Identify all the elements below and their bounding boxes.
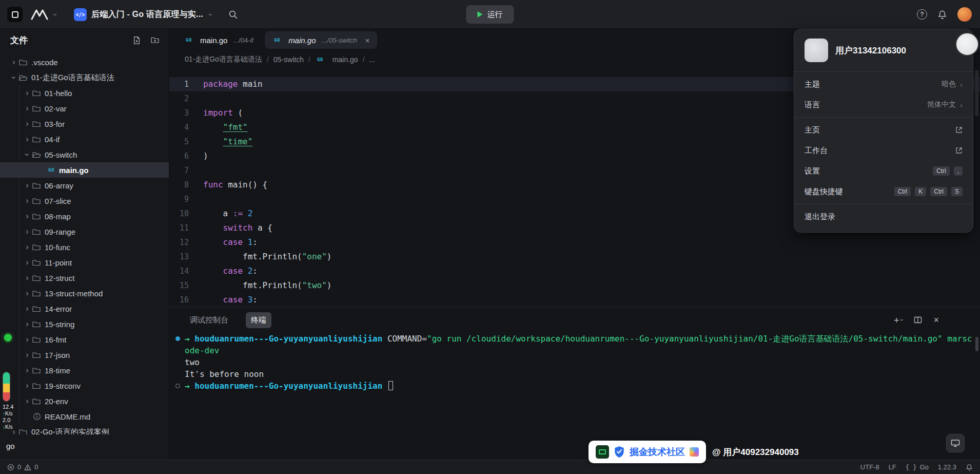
language-label: Go	[920, 463, 929, 471]
code-text: case 1:	[203, 235, 258, 250]
line-number: 3	[169, 106, 203, 120]
editor-scrollbar[interactable]	[975, 70, 978, 116]
help-icon[interactable]: ?	[917, 9, 927, 20]
juejin-logo-icon	[690, 447, 699, 457]
problems-indicator[interactable]: 0 0	[7, 463, 38, 471]
menu-item-home[interactable]: 主页	[794, 120, 973, 140]
new-file-icon[interactable]	[132, 36, 141, 45]
terminal-scrollbar[interactable]	[975, 337, 978, 351]
tree-folder-09-range[interactable]: ›09-range	[0, 224, 169, 239]
breadcrumb-item[interactable]: main.go	[332, 55, 358, 64]
terminal-output[interactable]: → houduanrumen---Go-yuyanyuanliyushijian…	[169, 333, 975, 460]
tree-item-label: 04-if	[45, 135, 60, 144]
tree-item-label: 14-error	[45, 305, 72, 313]
tree-folder-11-point[interactable]: ›11-point	[0, 255, 169, 270]
go-file-icon: GO	[46, 167, 56, 173]
tab-debug-console[interactable]: 调试控制台	[185, 312, 233, 328]
tree-item-label: 10-func	[45, 243, 70, 252]
new-folder-icon[interactable]	[150, 36, 160, 44]
warning-count: 0	[34, 463, 38, 471]
tree-folder-20-env[interactable]: ›20-env	[0, 393, 169, 409]
tree-folder-01-hello[interactable]: ›01-hello	[0, 85, 169, 101]
tree-item-label: 05-switch	[45, 150, 77, 159]
terminal-command-block: → houduanrumen---Go-yuyanyuanliyushijian…	[169, 333, 975, 380]
search-icon[interactable]	[228, 10, 238, 20]
tree-folder-01-走进Go语言基础语法[interactable]: ›01-走进Go语言基础语法	[0, 70, 169, 85]
tree-folder-10-func[interactable]: ›10-func	[0, 239, 169, 255]
tab-main-go-04-if[interactable]: GO main.go .../04-if	[177, 31, 261, 49]
code-line-15[interactable]: 15 fmt.Println("two")	[169, 278, 980, 293]
tree-item-label: 11-point	[45, 258, 72, 267]
menu-item-workbench[interactable]: 工作台	[794, 140, 973, 161]
tree-folder-18-time[interactable]: ›18-time	[0, 363, 169, 378]
go-version-indicator[interactable]: 1.22.3	[938, 463, 956, 471]
network-gauge-bar	[3, 372, 10, 402]
tree-folder-08-map[interactable]: ›08-map	[0, 208, 169, 224]
menu-item-theme[interactable]: 主题 暗色›	[794, 74, 973, 94]
explorer-title: 文件	[10, 34, 28, 46]
brand-menu[interactable]: ›	[31, 9, 58, 20]
code-line-16[interactable]: 16 case 3:	[169, 293, 980, 307]
menu-item-settings[interactable]: 设置 Ctrl ,	[794, 161, 973, 181]
terminal-output-line: two	[185, 356, 975, 368]
menu-item-language[interactable]: 语言 简体中文›	[794, 94, 973, 115]
tree-folder-14-error[interactable]: ›14-error	[0, 301, 169, 316]
breadcrumb-item[interactable]: 01-走进Go语言基础语法	[185, 55, 262, 64]
menu-item-logout[interactable]: 退出登录	[794, 206, 973, 227]
new-terminal-button[interactable]: + ›	[894, 315, 903, 325]
notifications-bell-icon[interactable]	[937, 10, 947, 20]
menu-item-shortcuts[interactable]: 键盘快捷键 Ctrl K Ctrl S	[794, 181, 973, 202]
breadcrumb-item[interactable]: 05-switch	[273, 55, 304, 64]
tree-folder-06-array[interactable]: ›06-array	[0, 178, 169, 193]
tree-folder-.vscode[interactable]: ›.vscode	[0, 54, 169, 70]
tree-folder-04-if[interactable]: ›04-if	[0, 131, 169, 147]
app-logo[interactable]	[7, 7, 23, 22]
code-text: case 3:	[203, 293, 258, 307]
tree-folder-15-string[interactable]: ›15-string	[0, 316, 169, 332]
tab-main-go-05-switch[interactable]: GO main.go .../05-switch ×	[265, 31, 377, 49]
run-button[interactable]: 运行	[466, 5, 514, 24]
tree-folder-02-var[interactable]: ›02-var	[0, 101, 169, 116]
breadcrumb-separator: /	[363, 55, 365, 64]
menu-label: 键盘快捷键	[805, 187, 843, 197]
title-bar: › </> 后端入门 - Go 语言原理与实... › 运行 ?	[0, 0, 980, 29]
code-line-14[interactable]: 14 case 2:	[169, 264, 980, 278]
tree-folder-19-strconv[interactable]: ›19-strconv	[0, 378, 169, 393]
user-avatar-large	[805, 39, 828, 62]
breadcrumb-item[interactable]: ...	[369, 55, 376, 64]
user-avatar[interactable]	[957, 7, 972, 22]
feedback-bell-icon[interactable]	[966, 464, 973, 471]
language-indicator[interactable]: { } Go	[906, 463, 929, 471]
code-text: a := 2	[203, 206, 252, 221]
chevron-icon: ›	[23, 242, 32, 252]
close-panel-icon[interactable]: ×	[933, 315, 939, 326]
tree-folder-17-json[interactable]: ›17-json	[0, 347, 169, 363]
close-icon[interactable]: ×	[365, 36, 370, 45]
tree-folder-02-Go-语言的实战案例[interactable]: ›02-Go-语言的实战案例	[0, 424, 169, 434]
code-line-12[interactable]: 12 case 1:	[169, 235, 980, 250]
tree-folder-05-switch[interactable]: ›05-switch	[0, 147, 169, 162]
code-text: func main() {	[203, 178, 267, 192]
line-number: 6	[169, 149, 203, 163]
project-selector[interactable]: </> 后端入门 - Go 语言原理与实... ›	[74, 8, 214, 21]
tree-folder-16-fmt[interactable]: ›16-fmt	[0, 332, 169, 347]
tree-folder-03-for[interactable]: ›03-for	[0, 116, 169, 131]
bottom-panel: 调试控制台 终端 + › × → houduanrumen---Go-yuyan…	[169, 307, 980, 460]
tree-file-README.md[interactable]: README.md	[0, 409, 169, 424]
terminal-cursor	[388, 381, 393, 390]
eol-indicator[interactable]: LF	[889, 463, 896, 471]
encoding-indicator[interactable]: UTF-8	[860, 463, 879, 471]
chevron-icon: ›	[23, 335, 32, 344]
tree-folder-07-slice[interactable]: ›07-slice	[0, 193, 169, 208]
tab-terminal[interactable]: 终端	[246, 312, 271, 328]
tree-folder-12-struct[interactable]: ›12-struct	[0, 270, 169, 286]
net-up-value: 12.4	[3, 404, 16, 410]
split-terminal-icon[interactable]	[914, 316, 922, 324]
tree-folder-13-struct-method[interactable]: ›13-struct-method	[0, 286, 169, 301]
code-line-13[interactable]: 13 fmt.Println("one")	[169, 250, 980, 264]
tree-file-main.go[interactable]: GOmain.go	[0, 162, 169, 178]
folder-icon	[32, 120, 41, 128]
chevron-icon: ›	[23, 150, 32, 159]
screen-share-button[interactable]	[946, 434, 965, 452]
tree-item-label: 19-strconv	[45, 382, 81, 390]
